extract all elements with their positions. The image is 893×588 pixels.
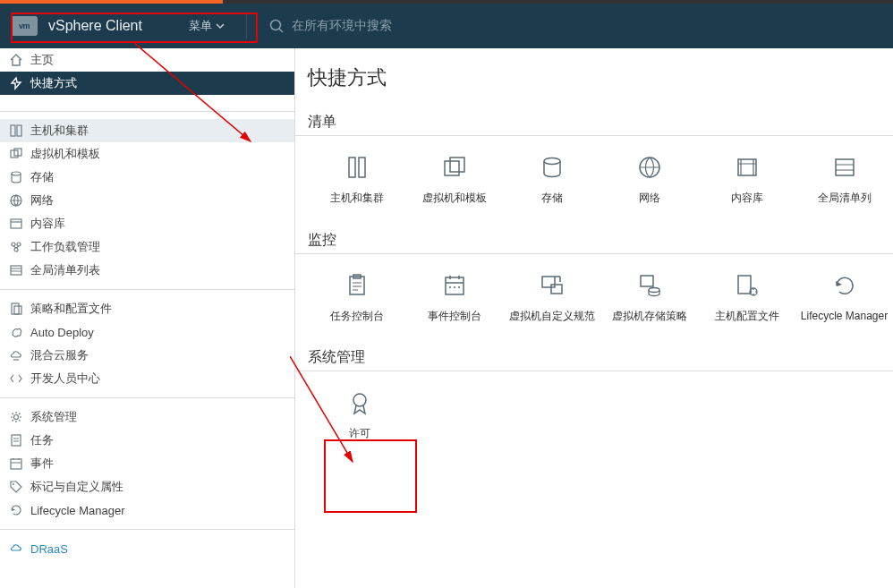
tile-hostprofile[interactable]: 主机配置文件	[698, 270, 795, 324]
tile-contentlib[interactable]: 内容库	[698, 152, 795, 206]
sidebar-item-autodeploy[interactable]: Auto Deploy	[0, 320, 294, 344]
clipboard-icon	[342, 270, 372, 301]
tile-label: 网络	[639, 192, 660, 206]
svg-rect-26	[836, 159, 854, 175]
search-icon	[268, 18, 285, 34]
svg-rect-33	[542, 277, 555, 287]
shortcuts-icon	[9, 76, 23, 90]
sidebar-label: 系统管理	[30, 409, 77, 425]
tile-hosts[interactable]: 主机和集群	[308, 152, 405, 206]
sidebar-item-hybrid[interactable]: 混合云服务	[0, 344, 294, 367]
svg-point-10	[17, 243, 21, 246]
svg-rect-14	[14, 306, 21, 314]
vms-icon	[439, 152, 470, 183]
svg-rect-12	[11, 266, 21, 275]
sidebar-label: 虚拟机和模板	[30, 146, 100, 162]
svg-rect-2	[11, 125, 15, 136]
tile-license[interactable]: 许可	[308, 388, 411, 441]
sidebar-item-globallists[interactable]: 全局清单列表	[0, 259, 294, 282]
sidebar-item-shortcuts[interactable]: 快捷方式	[0, 72, 294, 95]
svg-rect-19	[349, 158, 355, 177]
menu-dropdown[interactable]: 菜单	[189, 18, 225, 34]
sidebar-label: 混合云服务	[30, 347, 89, 363]
tile-label: 主机配置文件	[715, 310, 779, 324]
tile-label: 虚拟机自定义规范	[509, 310, 595, 324]
tile-label: 任务控制台	[330, 310, 384, 324]
sidebar-item-events[interactable]: 事件	[0, 452, 294, 475]
sidebar-item-workload[interactable]: 工作负载管理	[0, 235, 294, 259]
svg-point-32	[458, 286, 460, 288]
svg-point-30	[449, 286, 451, 288]
svg-point-36	[649, 287, 659, 292]
tile-taskconsole[interactable]: 任务控制台	[308, 270, 405, 324]
sidebar-label: 开发人员中心	[30, 371, 100, 387]
sidebar-item-devcenter[interactable]: 开发人员中心	[0, 367, 294, 390]
lifecycle-icon	[829, 270, 860, 301]
svg-rect-27	[350, 277, 364, 294]
sidebar-label: 策略和配置文件	[30, 301, 112, 317]
sidebar-item-lifecycle[interactable]: Lifecycle Manager	[0, 499, 294, 522]
tile-vmstorage[interactable]: 虚拟机存储策略	[600, 270, 698, 324]
main-content: 快捷方式 清单 主机和集群 虚拟机和模板 存储 网络 内容库	[295, 48, 893, 588]
tile-vms[interactable]: 虚拟机和模板	[405, 152, 503, 206]
svg-point-18	[13, 483, 14, 485]
sidebar-item-storage[interactable]: 存储	[0, 166, 294, 189]
sidebar-label: 事件	[30, 456, 54, 472]
tile-label: Lifecycle Manager	[801, 310, 888, 324]
gear-icon	[9, 410, 23, 424]
svg-rect-37	[738, 276, 751, 294]
svg-point-23	[544, 158, 560, 165]
globallists-icon	[829, 152, 860, 183]
tile-label: 虚拟机存储策略	[612, 310, 687, 324]
svg-rect-8	[11, 219, 21, 228]
page-title: 快捷方式	[295, 48, 893, 107]
sidebar-label: 全局清单列表	[30, 262, 100, 278]
tile-vmcustom[interactable]: 虚拟机自定义规范	[503, 270, 600, 324]
svg-point-0	[270, 21, 280, 30]
sidebar-label: 主机和集群	[30, 123, 89, 139]
sidebar-item-contentlib[interactable]: 内容库	[0, 212, 294, 235]
sidebar-item-hosts[interactable]: 主机和集群	[0, 119, 294, 142]
tile-lifecycle[interactable]: Lifecycle Manager	[795, 270, 893, 324]
tasks-icon	[9, 433, 23, 447]
tile-storage[interactable]: 存储	[503, 152, 600, 206]
svg-rect-34	[551, 285, 562, 294]
header: vm vSphere Client 菜单 在所有环境中搜索	[0, 4, 893, 48]
svg-rect-29	[446, 277, 464, 294]
svg-point-9	[12, 243, 15, 246]
sidebar-item-sysadmin[interactable]: 系统管理	[0, 405, 294, 429]
tile-eventconsole[interactable]: 事件控制台	[405, 270, 503, 324]
inventory-tiles: 主机和集群 虚拟机和模板 存储 网络 内容库 全局清单列	[295, 136, 893, 226]
section-monitor: 监控	[295, 226, 893, 254]
menu-label: 菜单	[189, 18, 212, 34]
code-icon	[9, 371, 23, 386]
search-placeholder: 在所有环境中搜索	[292, 18, 392, 34]
brand-area[interactable]: vm vSphere Client	[0, 4, 153, 48]
sidebar: 主页 快捷方式 主机和集群 虚拟机和模板 存储 网络 内容库	[0, 48, 295, 588]
tile-network[interactable]: 网络	[600, 152, 698, 206]
tile-label: 主机和集群	[330, 192, 384, 206]
sidebar-label: 任务	[30, 432, 54, 448]
svg-rect-13	[12, 303, 19, 314]
sidebar-label: DRaaS	[30, 542, 68, 556]
sidebar-item-tags[interactable]: 标记与自定义属性	[0, 475, 294, 499]
hybrid-icon	[9, 348, 23, 362]
sidebar-label: 工作负载管理	[30, 239, 100, 255]
vms-icon	[9, 147, 23, 161]
tile-globallists[interactable]: 全局清单列	[795, 152, 893, 206]
tile-label: 许可	[349, 427, 370, 441]
tile-label: 虚拟机和模板	[422, 192, 487, 206]
sidebar-item-home[interactable]: 主页	[0, 48, 294, 72]
sidebar-item-draas[interactable]: DRaaS	[0, 537, 294, 560]
sidebar-item-tasks[interactable]: 任务	[0, 429, 294, 452]
sidebar-item-network[interactable]: 网络	[0, 189, 294, 212]
sidebar-item-policies[interactable]: 策略和配置文件	[0, 297, 294, 320]
tile-label: 存储	[541, 192, 563, 206]
tag-icon	[9, 480, 23, 494]
draas-icon	[9, 541, 23, 556]
svg-point-31	[454, 286, 455, 288]
hostprofile-icon	[732, 270, 762, 301]
sidebar-item-vms[interactable]: 虚拟机和模板	[0, 142, 294, 166]
search-area[interactable]: 在所有环境中搜索	[268, 18, 392, 34]
hosts-icon	[342, 152, 372, 183]
